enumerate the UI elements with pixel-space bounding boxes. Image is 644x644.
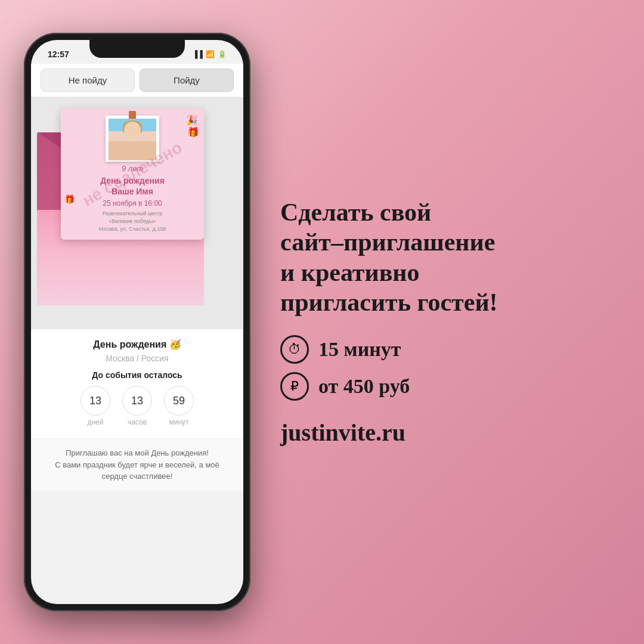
- desc-line2: С вами праздник будет ярче и веселей, а …: [55, 460, 219, 469]
- rsvp-no-button[interactable]: Не пойду: [41, 69, 135, 92]
- rsvp-yes-button[interactable]: Пойду: [140, 69, 234, 92]
- ruble-icon: ₽: [280, 372, 309, 401]
- signal-icon: ▐▐: [193, 50, 203, 58]
- promo-domain: justinvite.ru: [280, 419, 608, 447]
- desc-line3: сердце счастливее!: [102, 472, 173, 481]
- days-label: дней: [87, 418, 103, 426]
- phone-notch: [89, 40, 185, 58]
- gift-icon-right: 🎁: [187, 126, 199, 138]
- promo-features: ⏱ 15 минут ₽ от 450 руб: [280, 335, 608, 401]
- feature-price: ₽ от 450 руб: [280, 372, 608, 401]
- phone-mockup: 12:57 ▐▐ 📶 🔋 Не пойду Пойду: [24, 33, 250, 611]
- polaroid-photo: [109, 119, 156, 160]
- countdown-days: 13 дней: [80, 386, 110, 426]
- countdown-row: 13 дней 13 часов 59 минут: [43, 386, 231, 426]
- promo-title: Сделать свой сайт–приглашение и креативн…: [280, 197, 608, 318]
- promo-title-line2: сайт–приглашение: [280, 228, 495, 256]
- status-icons: ▐▐ 📶 🔋: [193, 50, 227, 58]
- wifi-icon: 📶: [206, 50, 215, 58]
- promo-title-line4: пригласить гостей!: [280, 289, 498, 316]
- invite-title-line1: День рождения: [100, 176, 165, 185]
- hours-label: часов: [128, 418, 147, 426]
- info-section: День рождения 🥳 Москва / Россия До событ…: [31, 329, 243, 438]
- invite-title-line2: Ваше Имя: [112, 187, 153, 196]
- invite-title: День рождения Ваше Имя: [100, 175, 165, 197]
- time-label: 15 минут: [318, 338, 401, 361]
- hours-circle: 13: [122, 386, 152, 416]
- rsvp-bar: Не пойду Пойду: [31, 64, 243, 97]
- description-text: Приглашаю вас на мой День рождения! С ва…: [43, 447, 231, 482]
- venue-line1: Развлекательный центр: [103, 210, 162, 216]
- right-panel: Сделать свой сайт–приглашение и креативн…: [250, 179, 620, 465]
- days-circle: 13: [80, 386, 110, 416]
- clock-icon: ⏱: [280, 335, 309, 364]
- feature-time: ⏱ 15 минут: [280, 335, 608, 364]
- countdown-label: До события осталось: [43, 370, 231, 380]
- description-section: Приглашаю вас на мой День рождения! С ва…: [31, 438, 243, 491]
- minutes-circle: 59: [164, 386, 194, 416]
- promo-title-line1: Сделать свой: [280, 199, 431, 226]
- event-title: День рождения 🥳: [43, 339, 231, 350]
- gift-icon-left: 🎁: [64, 194, 75, 204]
- countdown-hours: 13 часов: [122, 386, 152, 426]
- promo-title-line3: и креативно: [280, 259, 420, 286]
- invite-card: 🎉 🎁 🎁: [61, 109, 204, 240]
- clothespin-icon: [129, 111, 136, 119]
- minutes-label: минут: [169, 418, 188, 426]
- venue-line3: Москва, ул. Счастья, д.108: [99, 226, 166, 232]
- invite-venue: Развлекательный центр «Великие победы» М…: [99, 210, 166, 233]
- polaroid-frame: [106, 116, 159, 162]
- invitation-area: 🎉 🎁 🎁: [31, 97, 243, 329]
- invite-date: 25 ноября в 16:00: [103, 199, 162, 208]
- price-label: от 450 руб: [318, 375, 410, 398]
- desc-line1: Приглашаю вас на мой День рождения!: [66, 448, 209, 457]
- invite-age: 9 лет: [122, 164, 143, 173]
- venue-line2: «Великие победы»: [109, 218, 156, 224]
- battery-icon: 🔋: [218, 50, 227, 58]
- party-hat-icon: 🎉: [186, 114, 198, 126]
- countdown-minutes: 59 минут: [164, 386, 194, 426]
- status-time: 12:57: [48, 49, 69, 59]
- event-location: Москва / Россия: [43, 354, 231, 363]
